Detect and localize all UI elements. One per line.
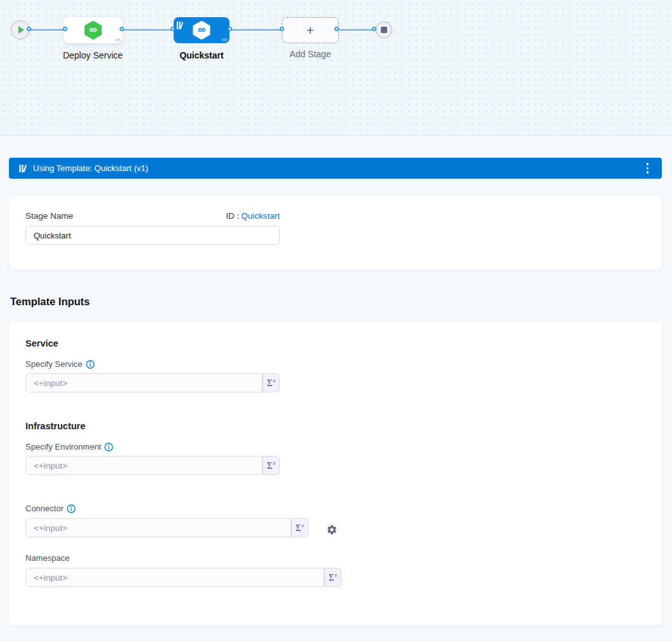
pipeline-canvas[interactable]: ∞ </> ∞ </> + Deploy Service Quickstart … — [0, 0, 672, 135]
edge-port[interactable] — [280, 27, 284, 31]
sigma-sup: x — [334, 572, 337, 578]
stage-overview-card: Stage Name ID :Quickstart — [9, 195, 662, 270]
connector-label: Connector — [25, 504, 76, 513]
namespace-label: Namespace — [25, 553, 69, 563]
sigma-sup: x — [273, 378, 275, 383]
node-label-quickstart: Quickstart — [179, 50, 223, 60]
runtime-input-type-button[interactable]: Σx — [263, 456, 280, 475]
stop-icon — [381, 27, 387, 33]
namespace-input[interactable] — [25, 568, 324, 587]
label-text: Specify Service — [25, 359, 83, 369]
code-icon: </> — [221, 38, 227, 42]
stage-id-link[interactable]: Quickstart — [241, 211, 280, 221]
sigma-icon: Σ — [267, 460, 272, 471]
label-text: Namespace — [25, 553, 69, 563]
pipeline-edge — [338, 29, 375, 31]
infinity-glyph: ∞ — [198, 24, 205, 35]
stage-id-prefix: ID : — [226, 211, 239, 221]
pipeline-end-node[interactable] — [376, 22, 392, 38]
label-text: Specify Environment — [25, 442, 101, 451]
runtime-input-type-button[interactable]: Σx — [324, 568, 341, 587]
play-icon — [18, 26, 24, 34]
section-heading-service: Service — [25, 338, 58, 348]
sigma-icon: Σ — [329, 572, 334, 583]
stage-node-quickstart[interactable]: ∞ </> — [174, 17, 230, 43]
edge-port[interactable] — [63, 27, 67, 31]
deployment-stage-icon: ∞ — [84, 21, 103, 40]
node-label-deploy-service: Deploy Service — [63, 50, 123, 60]
using-template-banner: Using Template: Quickstart (v1) — [9, 158, 662, 179]
info-icon[interactable] — [104, 443, 113, 451]
template-inputs-card: Service Specify Service Σx Infrastructur… — [9, 322, 662, 626]
template-inputs-heading: Template Inputs — [10, 296, 90, 308]
template-library-icon — [177, 20, 183, 32]
specify-service-input[interactable] — [25, 373, 263, 392]
label-text: Connector — [25, 504, 64, 513]
specify-environment-label: Specify Environment — [25, 442, 113, 451]
stage-name-label: Stage Name — [25, 211, 73, 221]
edge-port[interactable] — [27, 27, 31, 31]
edge-port[interactable] — [334, 27, 339, 31]
pipeline-edge — [123, 29, 174, 31]
stage-name-input[interactable] — [25, 226, 280, 245]
plus-icon: + — [306, 24, 314, 37]
banner-text: Using Template: Quickstart (v1) — [33, 163, 148, 173]
template-library-icon — [19, 164, 27, 173]
node-label-add-stage: Add Stage — [289, 49, 331, 59]
deployment-stage-icon: ∞ — [192, 21, 211, 40]
edge-port[interactable] — [372, 27, 376, 31]
edge-port[interactable] — [120, 27, 124, 31]
template-menu-button[interactable] — [644, 162, 652, 175]
connector-settings-button[interactable] — [326, 524, 338, 535]
pipeline-edge — [231, 29, 283, 31]
sigma-icon: Σ — [296, 523, 301, 534]
specify-environment-input[interactable] — [25, 456, 263, 475]
specify-service-label: Specify Service — [25, 359, 95, 369]
info-icon[interactable] — [67, 504, 76, 513]
connector-input[interactable] — [25, 518, 291, 537]
section-heading-infrastructure: Infrastructure — [25, 421, 85, 431]
sigma-sup: x — [273, 460, 275, 466]
add-stage-button[interactable]: + — [282, 17, 339, 43]
infinity-glyph: ∞ — [89, 24, 97, 35]
stage-id: ID :Quickstart — [226, 211, 280, 221]
runtime-input-type-button[interactable]: Σx — [291, 518, 308, 537]
pipeline-edge — [30, 29, 66, 31]
info-icon[interactable] — [86, 360, 95, 369]
edge-port[interactable] — [228, 27, 232, 31]
sigma-icon: Σ — [267, 378, 272, 389]
sigma-sup: x — [301, 523, 304, 528]
edge-port[interactable] — [170, 27, 175, 31]
runtime-input-type-button[interactable]: Σx — [263, 373, 280, 392]
stage-node-deploy-service[interactable]: ∞ </> — [64, 17, 123, 43]
code-icon: </> — [114, 38, 120, 42]
